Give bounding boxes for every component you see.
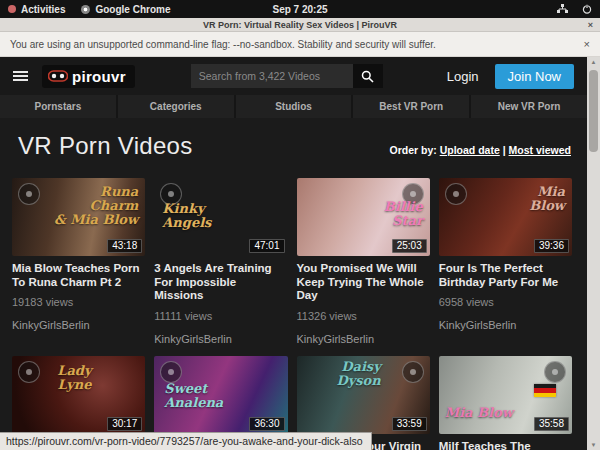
hamburger-menu-icon[interactable] bbox=[13, 71, 28, 81]
video-card[interactable]: Runa Charm & Mia Blow 43:18 Mia Blow Tea… bbox=[12, 178, 145, 345]
video-card[interactable]: Mia Blow 35:58 Milf Teaches The Teacher … bbox=[439, 356, 572, 450]
video-title[interactable]: You Promised We Will Keep Trying The Who… bbox=[297, 262, 430, 303]
chrome-icon bbox=[81, 5, 90, 14]
power-icon[interactable] bbox=[582, 4, 592, 14]
video-views: 11326 views bbox=[297, 310, 430, 322]
thumbnail-overlay-text: Billie Star bbox=[384, 200, 423, 228]
studio-logo-icon bbox=[544, 361, 566, 383]
video-thumbnail[interactable]: Kinky Angels 47:01 bbox=[154, 178, 287, 256]
video-thumbnail[interactable]: Sweet Analena 36:30 bbox=[154, 356, 287, 434]
studio-logo-icon bbox=[445, 183, 467, 205]
distro-icon bbox=[8, 5, 16, 13]
studio-logo-icon bbox=[18, 361, 40, 383]
logo-text: pirouvr bbox=[72, 68, 126, 85]
duration-badge: 25:03 bbox=[392, 239, 427, 253]
scroll-down-icon[interactable]: ▼ bbox=[591, 440, 597, 450]
video-title[interactable]: Mia Blow Teaches Porn To Runa Charm Pt 2 bbox=[12, 262, 145, 289]
search-input[interactable] bbox=[191, 64, 353, 88]
video-card[interactable]: Billie Star 25:03 You Promised We Will K… bbox=[297, 178, 430, 345]
thumbnail-overlay-text: Lady Lyne bbox=[57, 364, 91, 392]
window-title-bar: VR Porn: Virtual Reality Sex Videos | Pi… bbox=[0, 18, 600, 32]
system-top-bar: Activities Google Chrome Sep 7 20:25 bbox=[0, 0, 600, 18]
video-thumbnail[interactable]: Daisy Dyson 33:59 bbox=[297, 356, 430, 434]
nav-item-best-vr[interactable]: Best VR Porn bbox=[351, 95, 469, 118]
video-thumbnail[interactable]: Mia Blow 39:36 bbox=[439, 178, 572, 256]
thumbnail-overlay-text: Sweet Analena bbox=[164, 382, 223, 410]
thumbnail-overlay-text: Kinky Angels bbox=[162, 202, 211, 230]
video-title[interactable]: Milf Teaches The Teacher Some Practical … bbox=[439, 440, 572, 450]
window-title: VR Porn: Virtual Reality Sex Videos | Pi… bbox=[203, 20, 397, 30]
video-thumbnail[interactable]: Lady Lyne 30:17 bbox=[12, 356, 145, 434]
video-title[interactable]: Four Is The Perfect Birthday Party For M… bbox=[439, 262, 572, 289]
video-thumbnail[interactable]: Billie Star 25:03 bbox=[297, 178, 430, 256]
video-views: 11111 views bbox=[154, 310, 287, 322]
video-card[interactable]: Mia Blow 39:36 Four Is The Perfect Birth… bbox=[439, 178, 572, 345]
duration-badge: 47:01 bbox=[249, 239, 284, 253]
browser-viewport: pirouvr Login Join Now Pornstars Categor… bbox=[0, 57, 600, 450]
video-title[interactable]: 3 Angels Are Training For Impossible Mis… bbox=[154, 262, 287, 303]
status-url-tooltip: https://pirouvr.com/vr-porn-video/779325… bbox=[0, 432, 372, 450]
app-indicator[interactable]: Google Chrome bbox=[81, 4, 170, 15]
order-by-label: Order by: bbox=[389, 144, 436, 156]
video-views: 6958 views bbox=[439, 296, 572, 308]
tab-close-icon[interactable]: × bbox=[588, 20, 593, 30]
thumbnail-overlay-text: Runa Charm & Mia Blow bbox=[54, 185, 138, 227]
studio-logo-icon bbox=[402, 361, 424, 383]
nav-item-new-vr[interactable]: New VR Porn bbox=[469, 95, 587, 118]
german-flag-icon bbox=[534, 384, 556, 397]
thumbnail-overlay-text: Daisy Dyson bbox=[336, 360, 380, 388]
clock[interactable]: Sep 7 20:25 bbox=[272, 4, 327, 15]
web-page: pirouvr Login Join Now Pornstars Categor… bbox=[0, 57, 587, 450]
activities-button[interactable]: Activities bbox=[8, 4, 65, 15]
site-header: pirouvr Login Join Now bbox=[0, 57, 587, 95]
activities-label: Activities bbox=[21, 4, 65, 15]
app-name-label: Google Chrome bbox=[95, 4, 170, 15]
nav-item-pornstars[interactable]: Pornstars bbox=[0, 95, 116, 118]
search-icon bbox=[361, 70, 374, 83]
thumbnail-overlay-text: Mia Blow bbox=[529, 185, 565, 213]
video-studio-link[interactable]: KinkyGirlsBerlin bbox=[439, 319, 572, 331]
order-upload-date-link[interactable]: Upload date bbox=[440, 144, 500, 156]
warning-close-icon[interactable]: × bbox=[584, 38, 590, 50]
video-studio-link[interactable]: KinkyGirlsBerlin bbox=[297, 333, 430, 345]
video-card[interactable]: Kinky Angels 47:01 3 Angels Are Training… bbox=[154, 178, 287, 345]
browser-scrollbar[interactable]: ▲ ▼ bbox=[587, 57, 600, 450]
nav-item-studios[interactable]: Studios bbox=[234, 95, 352, 118]
video-views: 19183 views bbox=[12, 296, 145, 308]
order-most-viewed-link[interactable]: Most viewed bbox=[509, 144, 571, 156]
video-studio-link[interactable]: KinkyGirlsBerlin bbox=[12, 319, 145, 331]
warning-text: You are using an unsupported command-lin… bbox=[10, 39, 436, 50]
studio-logo-icon bbox=[160, 361, 182, 383]
page-title: VR Porn Videos bbox=[18, 132, 193, 160]
video-studio-link[interactable]: KinkyGirlsBerlin bbox=[154, 333, 287, 345]
order-separator: | bbox=[503, 144, 506, 156]
order-by: Order by: Upload date | Most viewed bbox=[389, 144, 571, 160]
duration-badge: 36:30 bbox=[249, 417, 284, 431]
scrollbar-thumb[interactable] bbox=[589, 70, 598, 152]
search-button[interactable] bbox=[353, 64, 383, 88]
search-bar bbox=[191, 64, 383, 88]
join-now-button[interactable]: Join Now bbox=[495, 64, 574, 89]
login-link[interactable]: Login bbox=[447, 69, 479, 84]
video-grid: Runa Charm & Mia Blow 43:18 Mia Blow Tea… bbox=[0, 172, 587, 450]
video-thumbnail[interactable]: Runa Charm & Mia Blow 43:18 bbox=[12, 178, 145, 256]
duration-badge: 43:18 bbox=[107, 239, 142, 253]
site-logo[interactable]: pirouvr bbox=[42, 65, 135, 88]
duration-badge: 39:36 bbox=[534, 239, 569, 253]
vr-goggles-icon bbox=[48, 70, 68, 82]
nav-item-categories[interactable]: Categories bbox=[116, 95, 234, 118]
duration-badge: 35:58 bbox=[534, 417, 569, 431]
video-thumbnail[interactable]: Mia Blow 35:58 bbox=[439, 356, 572, 434]
thumbnail-overlay-text: Mia Blow bbox=[445, 406, 513, 420]
duration-badge: 30:17 bbox=[107, 417, 142, 431]
network-icon[interactable] bbox=[557, 4, 568, 14]
duration-badge: 33:59 bbox=[392, 417, 427, 431]
scroll-up-icon[interactable]: ▲ bbox=[591, 57, 597, 67]
main-nav: Pornstars Categories Studios Best VR Por… bbox=[0, 95, 587, 118]
studio-logo-icon bbox=[18, 183, 40, 205]
chrome-warning-bar: You are using an unsupported command-lin… bbox=[0, 32, 600, 57]
